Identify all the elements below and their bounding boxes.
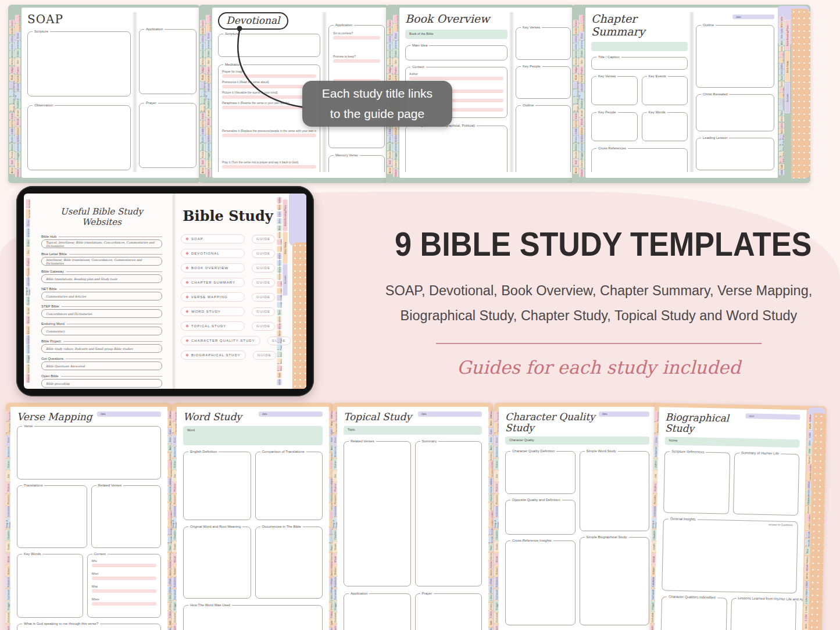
book-tab[interactable]: Galatians	[167, 478, 172, 485]
book-tab[interactable]: Numbers	[387, 43, 392, 50]
book-tab[interactable]: Job	[393, 58, 398, 66]
book-tab[interactable]: 1 Timothy	[779, 99, 784, 104]
book-of-bible-field[interactable]: Book of the Bible	[405, 30, 507, 39]
book-tab[interactable]: Luke	[807, 431, 812, 438]
book-tab[interactable]: Zephaniah	[15, 144, 20, 152]
book-tab[interactable]: 1 Timothy	[805, 531, 810, 538]
book-tab[interactable]: Galatians	[277, 253, 282, 259]
book-tab[interactable]: Esther	[393, 49, 398, 58]
book-tab[interactable]: 2 Corinthians	[488, 469, 493, 477]
book-tab[interactable]: Luke	[277, 211, 282, 217]
book-tab[interactable]: Song of Songs	[26, 287, 30, 296]
book-tab[interactable]: John	[488, 436, 493, 443]
book-tab[interactable]: Leviticus	[200, 35, 205, 42]
book-tab[interactable]: Micah	[579, 118, 584, 126]
book-tab[interactable]: 2 Timothy	[488, 536, 493, 543]
book-tab[interactable]: 1 Chronicles	[26, 199, 30, 209]
book-tab[interactable]: Ruth	[200, 74, 205, 81]
book-tab[interactable]: Titus	[277, 309, 282, 316]
book-tab[interactable]: Psalms	[15, 66, 20, 74]
book-tab[interactable]: 2 Kings	[9, 105, 15, 112]
book-tab[interactable]: Zechariah	[494, 612, 499, 623]
writing-line[interactable]	[92, 564, 157, 567]
reflection-box[interactable]: What is God speaking to me through this …	[17, 624, 161, 630]
book-tab[interactable]: Nehemiah	[494, 446, 499, 457]
book-tab[interactable]: Psalms	[6, 482, 10, 493]
writing-line[interactable]	[222, 165, 316, 169]
book-tab[interactable]: Joel	[387, 159, 392, 166]
book-tab[interactable]: Colossians	[488, 503, 493, 510]
writing-line[interactable]	[92, 602, 157, 606]
book-tab[interactable]: Obadiah	[494, 529, 499, 540]
book-tab[interactable]: Micah	[172, 553, 177, 564]
study-link[interactable]: DEVOTIONAL	[181, 249, 245, 258]
book-tab[interactable]: Micah	[206, 118, 211, 126]
book-tab[interactable]: Hosea	[200, 151, 205, 158]
book-tab[interactable]: Haggai	[15, 152, 20, 160]
book-tab[interactable]: Zechariah	[393, 160, 398, 169]
book-tab[interactable]: Joel	[9, 159, 15, 166]
book-tab[interactable]: Malachi	[172, 624, 177, 630]
book-tab[interactable]: 2 Timothy	[805, 539, 810, 546]
book-tab[interactable]: Joshua	[573, 58, 578, 65]
book-tab[interactable]: Philemon	[805, 556, 809, 563]
related-verses-box[interactable]: Related Verses	[91, 485, 162, 548]
book-tab[interactable]: 2 John	[779, 152, 784, 157]
book-tab[interactable]: 2 Chronicles	[494, 423, 499, 434]
study-link[interactable]: SOAP	[181, 234, 245, 244]
book-tab[interactable]: Ezra	[579, 32, 584, 40]
book-tab[interactable]: Daniel	[200, 144, 205, 151]
book-tab[interactable]: 2 Chronicles	[172, 423, 177, 434]
book-tab[interactable]: Habakkuk	[172, 577, 177, 588]
book-tab[interactable]: Luke	[779, 28, 784, 33]
book-tab[interactable]: Exodus	[387, 27, 392, 34]
book-tab[interactable]: 2 Corinthians	[806, 472, 811, 480]
book-tab[interactable]: 2 Timothy	[167, 536, 172, 543]
book-tab[interactable]: Esther	[15, 49, 20, 58]
book-tab[interactable]: Haggai	[333, 600, 337, 611]
book-tab[interactable]: Colossians	[779, 81, 784, 87]
translations-box[interactable]: Translations	[17, 485, 87, 548]
book-tab[interactable]: John	[779, 34, 784, 39]
book-tab[interactable]: Nahum	[333, 565, 337, 576]
book-tab[interactable]: Amos	[9, 167, 15, 174]
book-tab[interactable]: 1 Thessalonians	[277, 281, 282, 287]
book-tab[interactable]: Jonah	[494, 541, 499, 552]
book-tab[interactable]: Judges	[200, 66, 205, 73]
book-tab[interactable]: 2 Thessalonians	[805, 522, 810, 530]
book-tab[interactable]: Galatians	[779, 63, 784, 69]
book-tab[interactable]: Deuteronomy	[387, 51, 392, 58]
book-tab[interactable]: Lamentations	[9, 128, 15, 135]
book-tab[interactable]: Haggai	[494, 600, 499, 611]
book-tab[interactable]: Revelation	[779, 170, 784, 175]
book-tab[interactable]: Ezekiel	[200, 135, 205, 142]
book-tab[interactable]: Ezekiel	[9, 135, 15, 142]
book-tab[interactable]: Daniel	[387, 144, 392, 151]
book-tab[interactable]: Nahum	[206, 127, 211, 135]
main-idea-box[interactable]: Main Idea	[405, 45, 507, 60]
book-tab[interactable]: Ephesians	[167, 486, 172, 493]
book-tab[interactable]: Philemon	[277, 316, 282, 323]
cross-references-box[interactable]: Cross References	[591, 148, 688, 172]
book-tab[interactable]: Leviticus	[573, 35, 578, 42]
writing-line[interactable]	[409, 77, 503, 80]
christ-revealed-box[interactable]: Christ Revealed	[696, 94, 774, 131]
book-tab[interactable]: Colossians	[167, 503, 172, 510]
book-tab[interactable]: 1 Chronicles	[333, 411, 337, 422]
book-tab[interactable]: Jeremiah	[9, 120, 15, 127]
book-tab[interactable]: Jude	[167, 619, 172, 627]
book-tab[interactable]: Micah	[333, 553, 337, 564]
book-tab[interactable]: 1 Corinthians	[488, 461, 493, 468]
book-tab[interactable]: Jeremiah	[200, 120, 205, 127]
book-tab[interactable]: 2 Timothy	[277, 302, 282, 308]
book-tab[interactable]: Judges	[387, 66, 392, 73]
book-tab[interactable]: Deuteronomy	[9, 51, 15, 58]
key-people-box[interactable]: Key People	[516, 66, 571, 99]
book-tab[interactable]: Ezekiel	[573, 135, 578, 142]
book-tab[interactable]: Mark	[488, 419, 493, 427]
book-tab[interactable]: Ezra	[26, 219, 30, 228]
book-tab[interactable]: Leviticus	[387, 35, 392, 42]
application-box[interactable]: Application	[344, 593, 411, 630]
book-tab[interactable]: Colossians	[277, 274, 282, 280]
book-tab[interactable]: Haggai	[579, 152, 584, 160]
